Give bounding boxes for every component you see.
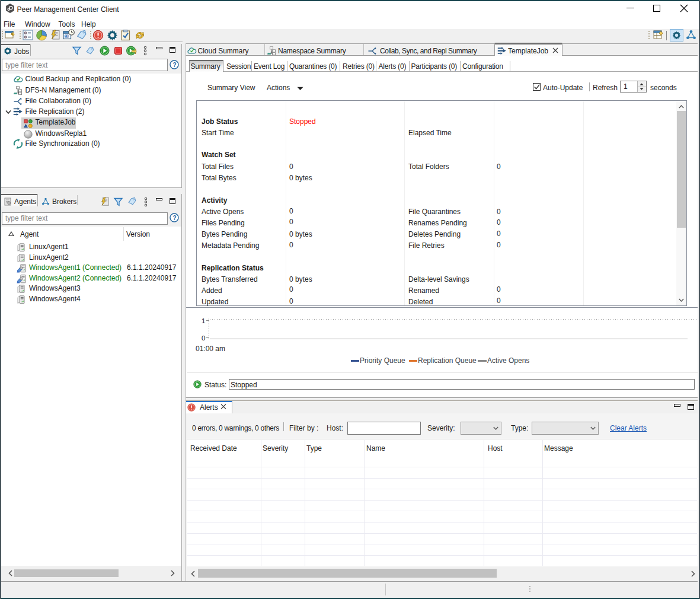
svg-text:?: ? [172,215,176,221]
svg-text:12: 12 [65,34,69,38]
svg-text:?: ? [172,62,176,68]
